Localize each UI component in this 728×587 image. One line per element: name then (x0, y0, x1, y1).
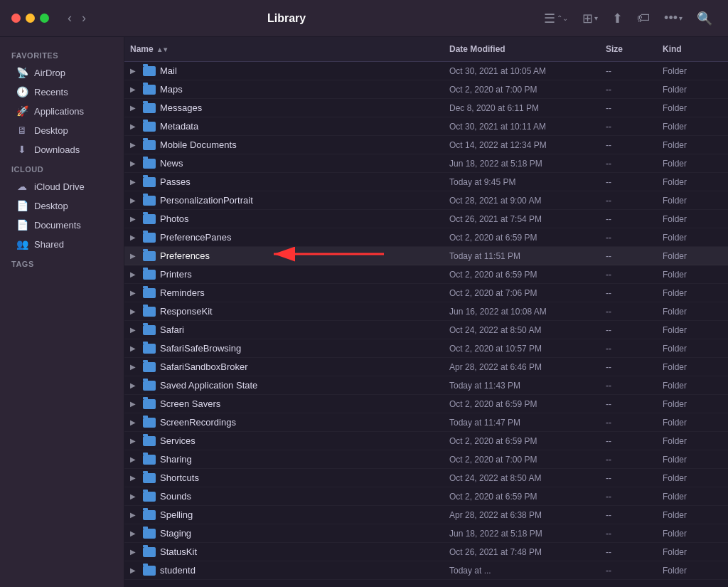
table-row[interactable]: ▶ Preferences Today at 11:51 PM -- Folde… (124, 247, 728, 265)
expand-arrow-icon[interactable]: ▶ (130, 492, 139, 500)
file-name-cell: ▶ Screen Savers (124, 396, 444, 411)
table-row[interactable]: ▶ Sounds Oct 2, 2020 at 6:59 PM -- Folde… (124, 487, 728, 506)
file-kind: Folder (657, 175, 728, 189)
table-row[interactable]: ▶ Messages Dec 8, 2020 at 6:11 PM -- Fol… (124, 99, 728, 117)
table-row[interactable]: ▶ Reminders Oct 2, 2020 at 7:06 PM -- Fo… (124, 284, 728, 302)
kind-column-header[interactable]: Kind (657, 41, 728, 57)
expand-arrow-icon[interactable]: ▶ (130, 326, 139, 334)
table-row[interactable]: ▶ ResponseKit Jun 16, 2022 at 10:08 AM -… (124, 302, 728, 321)
expand-arrow-icon[interactable]: ▶ (130, 511, 139, 519)
expand-arrow-icon[interactable]: ▶ (130, 252, 139, 260)
sidebar-item-applications[interactable]: 🚀 Applications (4, 102, 119, 120)
table-row[interactable]: ▶ Mail Oct 30, 2021 at 10:05 AM -- Folde… (124, 62, 728, 80)
table-row[interactable]: ▶ Shortcuts Oct 24, 2022 at 8:50 AM -- F… (124, 469, 728, 487)
file-date: Oct 2, 2020 at 6:59 PM (444, 434, 600, 448)
file-name: PreferencePanes (160, 232, 231, 243)
table-row[interactable]: ▶ Printers Oct 2, 2020 at 6:59 PM -- Fol… (124, 265, 728, 284)
table-row[interactable]: ▶ Mobile Documents Oct 14, 2022 at 12:34… (124, 136, 728, 154)
table-row[interactable]: ▶ Saved Application State Today at 11:43… (124, 376, 728, 395)
applications-icon: 🚀 (16, 105, 28, 117)
expand-arrow-icon[interactable]: ▶ (130, 122, 139, 130)
table-row[interactable]: ▶ SafariSafeBrowsing Oct 2, 2020 at 10:5… (124, 339, 728, 358)
file-name-cell: ▶ ResponseKit (124, 304, 444, 319)
expand-arrow-icon[interactable]: ▶ (130, 344, 139, 352)
table-row[interactable]: ▶ studentd Today at ... -- Folder (124, 561, 728, 580)
table-row[interactable]: ▶ Services Oct 2, 2020 at 6:59 PM -- Fol… (124, 432, 728, 450)
table-row[interactable]: ▶ Metadata Oct 30, 2021 at 10:11 AM -- F… (124, 117, 728, 136)
folder-icon (143, 381, 156, 391)
file-name-cell: ▶ Reminders (124, 285, 444, 300)
folder-icon (143, 399, 156, 409)
expand-arrow-icon[interactable]: ▶ (130, 178, 139, 186)
sidebar-item-desktop[interactable]: 🖥 Desktop (4, 121, 119, 139)
sidebar-item-icloud-drive[interactable]: ☁ iCloud Drive (4, 177, 119, 196)
expand-arrow-icon[interactable]: ▶ (130, 67, 139, 75)
file-date: Jun 16, 2022 at 10:08 AM (444, 305, 600, 319)
table-row[interactable]: ▶ Maps Oct 2, 2020 at 7:00 PM -- Folder (124, 80, 728, 99)
table-row[interactable]: ▶ Spelling Apr 28, 2022 at 6:38 PM -- Fo… (124, 506, 728, 524)
size-column-header[interactable]: Size (600, 41, 657, 57)
file-name-cell: ▶ ScreenRecordings (124, 415, 444, 430)
table-row[interactable]: ▶ Screen Savers Oct 2, 2020 at 6:59 PM -… (124, 395, 728, 413)
table-row[interactable]: ▶ StatusKit Oct 26, 2021 at 7:48 PM -- F… (124, 543, 728, 561)
sidebar: Favorites 📡 AirDrop 🕐 Recents 🚀 Applicat… (0, 37, 124, 587)
expand-arrow-icon[interactable]: ▶ (130, 104, 139, 112)
sidebar-item-shared[interactable]: 👥 Shared (4, 235, 119, 253)
table-row[interactable]: ▶ Photos Oct 26, 2021 at 7:54 PM -- Fold… (124, 210, 728, 228)
table-row[interactable]: ▶ SafariSandboxBroker Apr 28, 2022 at 6:… (124, 358, 728, 376)
expand-arrow-icon[interactable]: ▶ (130, 141, 139, 149)
expand-arrow-icon[interactable]: ▶ (130, 307, 139, 315)
share-button[interactable]: ⬆ (608, 8, 627, 29)
file-kind: Folder (657, 83, 728, 97)
expand-arrow-icon[interactable]: ▶ (130, 233, 139, 241)
file-date: Oct 26, 2021 at 7:48 PM (444, 545, 600, 559)
search-button[interactable]: 🔍 (692, 8, 717, 29)
file-size: -- (600, 286, 657, 300)
sidebar-item-downloads[interactable]: ⬇ Downloads (4, 140, 119, 159)
expand-arrow-icon[interactable]: ▶ (130, 455, 139, 463)
expand-arrow-icon[interactable]: ▶ (130, 215, 139, 223)
table-row[interactable]: ▶ PreferencePanes Oct 2, 2020 at 6:59 PM… (124, 228, 728, 247)
table-row[interactable]: ▶ ScreenRecordings Today at 11:47 PM -- … (124, 413, 728, 432)
sidebar-item-recents[interactable]: 🕐 Recents (4, 83, 119, 101)
tag-button[interactable]: 🏷 (633, 8, 654, 28)
table-row[interactable]: ▶ Safari Oct 24, 2022 at 8:50 AM -- Fold… (124, 321, 728, 339)
expand-arrow-icon[interactable]: ▶ (130, 548, 139, 556)
table-row[interactable]: ▶ Sharing Oct 2, 2020 at 7:00 PM -- Fold… (124, 450, 728, 469)
close-button[interactable] (11, 14, 21, 23)
table-row[interactable]: ▶ PersonalizationPortrait Oct 28, 2021 a… (124, 191, 728, 210)
file-name-cell: ▶ Passes (124, 174, 444, 189)
minimize-button[interactable] (26, 14, 35, 23)
name-column-header[interactable]: Name ▲▾ (124, 41, 444, 57)
expand-arrow-icon[interactable]: ▶ (130, 529, 139, 537)
file-date: Today at 11:43 PM (444, 379, 600, 393)
column-headers: Name ▲▾ Date Modified Size Kind (124, 37, 728, 62)
view-list-button[interactable]: ☰ ⌃⌄ (540, 8, 572, 29)
expand-arrow-icon[interactable]: ▶ (130, 437, 139, 445)
expand-arrow-icon[interactable]: ▶ (130, 159, 139, 167)
expand-arrow-icon[interactable]: ▶ (130, 474, 139, 482)
expand-arrow-icon[interactable]: ▶ (130, 381, 139, 389)
view-grid-button[interactable]: ⊞ ▾ (578, 8, 602, 29)
file-date: Oct 30, 2021 at 10:05 AM (444, 64, 600, 78)
table-row[interactable]: ▶ Staging Jun 18, 2022 at 5:18 PM -- Fol… (124, 524, 728, 543)
more-button[interactable]: ••• ▾ (660, 8, 687, 28)
file-name-cell: ▶ Saved Application State (124, 378, 444, 393)
expand-arrow-icon[interactable]: ▶ (130, 289, 139, 297)
expand-arrow-icon[interactable]: ▶ (130, 566, 139, 574)
expand-arrow-icon[interactable]: ▶ (130, 418, 139, 426)
file-list: ▶ Mail Oct 30, 2021 at 10:05 AM -- Folde… (124, 62, 728, 587)
sidebar-item-airdrop[interactable]: 📡 AirDrop (4, 63, 119, 82)
expand-arrow-icon[interactable]: ▶ (130, 196, 139, 204)
file-kind: Folder (657, 64, 728, 78)
table-row[interactable]: ▶ Passes Today at 9:45 PM -- Folder (124, 173, 728, 191)
date-column-header[interactable]: Date Modified (444, 41, 600, 57)
sidebar-item-documents[interactable]: 📄 Documents (4, 216, 119, 234)
file-area: Name ▲▾ Date Modified Size Kind ▶ Mail O… (124, 37, 728, 587)
expand-arrow-icon[interactable]: ▶ (130, 363, 139, 371)
sidebar-item-icloud-desktop[interactable]: 📄 Desktop (4, 196, 119, 215)
expand-arrow-icon[interactable]: ▶ (130, 270, 139, 278)
expand-arrow-icon[interactable]: ▶ (130, 400, 139, 408)
expand-arrow-icon[interactable]: ▶ (130, 85, 139, 93)
table-row[interactable]: ▶ News Jun 18, 2022 at 5:18 PM -- Folder (124, 154, 728, 173)
